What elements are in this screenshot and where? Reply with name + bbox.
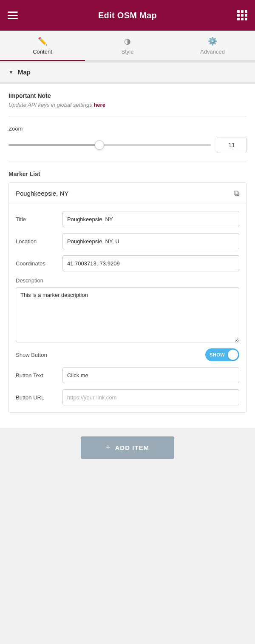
description-field-row: Description This is a marker description	[16, 277, 239, 342]
map-section-header: ▼ Map	[0, 63, 255, 82]
grid-menu-icon[interactable]	[237, 10, 247, 20]
plus-icon: +	[106, 443, 111, 452]
marker-card-title: Poughkeepsie, NY	[16, 190, 68, 197]
tab-content-label: Content	[33, 48, 52, 55]
important-note-text: Update API keys in global settings	[8, 102, 94, 108]
zoom-slider-thumb[interactable]	[95, 140, 104, 150]
app-header: Edit OSM Map	[0, 0, 255, 31]
important-note-title: Important Note	[8, 92, 246, 99]
description-textarea[interactable]: This is a marker description	[16, 287, 239, 342]
zoom-section: Zoom 11	[8, 125, 246, 162]
button-url-field-row: Button URL	[16, 389, 239, 405]
important-note-body: Update API keys in global settings here	[8, 102, 246, 108]
tab-bar: ✏️ Content ◑ Style ⚙️ Advanced	[0, 31, 255, 61]
hamburger-menu-icon[interactable]	[8, 11, 18, 19]
button-url-label: Button URL	[16, 394, 58, 401]
tab-advanced[interactable]: ⚙️ Advanced	[170, 31, 255, 60]
zoom-row: 11	[8, 137, 246, 153]
show-button-toggle[interactable]: SHOW	[205, 348, 239, 361]
add-item-section: + ADD ITEM	[0, 428, 255, 467]
marker-list-label: Marker List	[8, 171, 246, 177]
content-area: Important Note Update API keys in global…	[0, 84, 255, 428]
toggle-show-text: SHOW	[210, 352, 228, 357]
location-input[interactable]	[62, 233, 239, 249]
marker-fields: Title Location Coordinates Description T…	[9, 204, 246, 412]
title-input[interactable]	[62, 211, 239, 227]
add-item-label: ADD ITEM	[115, 444, 150, 451]
coordinates-field-label: Coordinates	[16, 260, 58, 267]
button-text-label: Button Text	[16, 372, 58, 379]
page-title: Edit OSM Map	[98, 11, 157, 20]
button-url-input[interactable]	[62, 389, 239, 405]
coordinates-input[interactable]	[62, 255, 239, 271]
copy-icon[interactable]: ⧉	[234, 189, 239, 198]
description-field-label: Description	[16, 277, 58, 284]
button-text-field-row: Button Text	[16, 367, 239, 383]
zoom-slider-track	[8, 144, 211, 146]
chevron-down-icon: ▼	[8, 69, 14, 75]
marker-card: Poughkeepsie, NY ⧉ Title Location Coordi…	[8, 182, 246, 413]
location-field-label: Location	[16, 238, 58, 245]
section-title: Map	[18, 68, 31, 76]
title-field-row: Title	[16, 211, 239, 227]
gear-icon: ⚙️	[208, 37, 217, 46]
button-text-input[interactable]	[62, 367, 239, 383]
tab-style[interactable]: ◑ Style	[85, 31, 170, 60]
location-field-row: Location	[16, 233, 239, 249]
zoom-slider-fill	[8, 144, 99, 146]
important-note: Important Note Update API keys in global…	[8, 92, 246, 117]
zoom-value-display: 11	[217, 137, 246, 153]
zoom-slider-container	[8, 141, 211, 149]
show-button-row: Show Button SHOW	[16, 348, 239, 361]
marker-card-header: Poughkeepsie, NY ⧉	[9, 183, 246, 204]
tab-style-label: Style	[122, 48, 134, 55]
show-button-label: Show Button	[16, 352, 47, 358]
toggle-thumb	[228, 350, 238, 360]
important-note-link[interactable]: here	[94, 102, 105, 108]
zoom-label: Zoom	[8, 125, 246, 132]
tab-content[interactable]: ✏️ Content	[0, 31, 85, 60]
add-item-button[interactable]: + ADD ITEM	[81, 436, 174, 459]
circle-half-icon: ◑	[124, 37, 131, 46]
coordinates-field-row: Coordinates	[16, 255, 239, 271]
title-field-label: Title	[16, 216, 58, 222]
pencil-icon: ✏️	[38, 37, 47, 46]
tab-advanced-label: Advanced	[200, 48, 225, 55]
bottom-space	[0, 467, 255, 484]
